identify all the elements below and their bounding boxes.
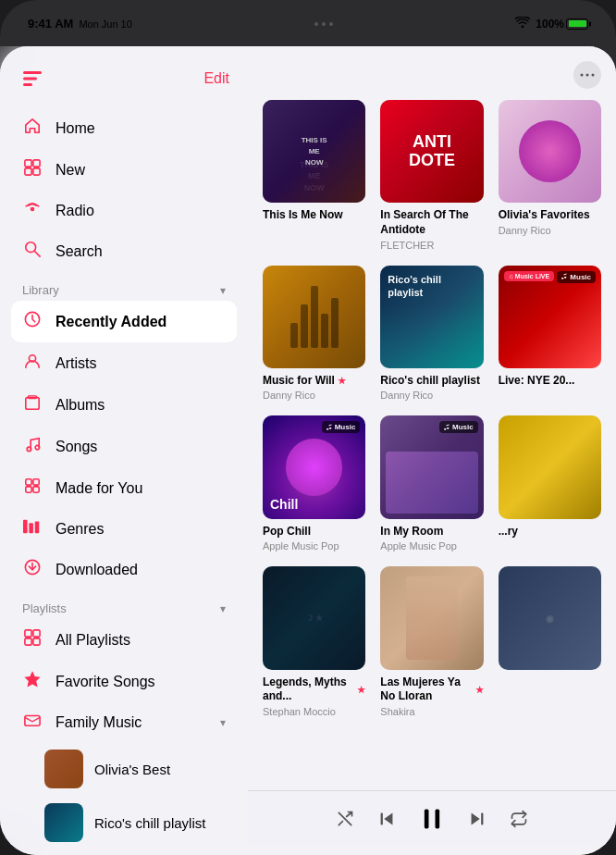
nav-item-search[interactable]: Search xyxy=(11,230,237,272)
shakira-thumb xyxy=(380,566,483,669)
nav-item-artists[interactable]: Artists xyxy=(11,342,237,384)
library-section-header: Library ▾ xyxy=(0,272,248,301)
apple-music-badge-room: Music xyxy=(439,421,478,433)
legends-thumb: ☽ ★ xyxy=(263,566,365,669)
svg-rect-28 xyxy=(25,638,31,645)
search-icon xyxy=(22,241,43,262)
home-icon xyxy=(22,118,43,139)
family-music-chevron-icon: ▾ xyxy=(220,716,226,729)
radio-icon xyxy=(22,201,43,220)
grid-item-ricos-chill[interactable]: Rico's chillplaylist Rico's chill playli… xyxy=(380,266,483,402)
library-chevron-icon: ▾ xyxy=(220,284,226,297)
artists-icon xyxy=(22,353,43,374)
svg-rect-17 xyxy=(33,479,39,485)
pause-button[interactable] xyxy=(419,806,445,832)
sidebar-header: Edit xyxy=(0,65,248,107)
nav-item-genres[interactable]: Genres xyxy=(11,509,237,549)
in-my-room-title: In My Room xyxy=(380,525,483,539)
svg-rect-23 xyxy=(26,530,29,532)
nye-title: Live: NYE 20... xyxy=(499,374,601,389)
antidote-title: In Search Of The Antidote xyxy=(380,208,483,237)
recently-added-icon xyxy=(22,311,43,332)
in-my-room-subtitle: Apple Music Pop xyxy=(380,540,483,551)
last-thumb: ◉ xyxy=(499,566,601,669)
apple-music-badge-pop: Music xyxy=(322,421,361,433)
grid-item-pop-chill[interactable]: Music Chill Pop Chill Apple Music Pop xyxy=(263,415,365,551)
playlist-item-ricos-chill[interactable]: Rico's chill playlist xyxy=(33,796,226,849)
music-will-title: Music for Will ★ xyxy=(263,374,365,389)
nav-item-recently-added[interactable]: Recently Added xyxy=(11,301,237,342)
edit-button[interactable]: Edit xyxy=(203,70,229,87)
svg-point-34 xyxy=(592,74,595,77)
downloaded-label: Downloaded xyxy=(55,562,138,578)
ricos-chill-grid-thumb: Rico's chillplaylist xyxy=(380,266,483,368)
olivia-fav-thumb xyxy=(499,100,601,203)
playlist-item-olivias-best[interactable]: Olivia's Best xyxy=(33,742,226,796)
ipad-frame: 9:41 AM Mon Jun 10 100% xyxy=(0,0,616,855)
album-grid: THIS ISMENOW THIS ISMENOW This Is Me Now xyxy=(263,100,601,717)
pop-chill-title: Pop Chill xyxy=(263,525,365,539)
next-button[interactable] xyxy=(467,809,487,829)
ricos-chill-grid-subtitle: Danny Rico xyxy=(380,390,483,401)
genres-label: Genres xyxy=(55,521,104,538)
nav-item-family-music[interactable]: Family Music ▾ xyxy=(11,702,237,742)
made-for-you-icon xyxy=(22,477,43,499)
previous-button[interactable] xyxy=(376,809,397,829)
grid-item-music-will[interactable]: Music for Will ★ Danny Rico xyxy=(263,266,365,402)
playlist-item-dannys-mix[interactable]: Danny's Mix xyxy=(33,849,226,855)
library-title: Library xyxy=(22,283,59,297)
wifi-icon xyxy=(515,17,530,31)
favorite-songs-icon xyxy=(22,671,43,692)
pop-chill-circle xyxy=(286,439,342,495)
nav-item-albums[interactable]: Albums xyxy=(11,384,237,426)
grid-item-in-my-room[interactable]: Music In My Room Apple Music Pop xyxy=(380,415,483,551)
grid-item-shakira[interactable]: Las Mujeres Ya No Lloran ★ Shakira xyxy=(380,566,483,717)
nav-item-radio[interactable]: Radio xyxy=(11,191,237,230)
grid-item-nye[interactable]: ♫ Music LIVE Music Live: NYE 20... xyxy=(499,266,601,402)
nav-item-downloaded[interactable]: Downloaded xyxy=(11,549,237,590)
apple-music-badge-nye: Music xyxy=(557,271,596,283)
jennifer-thumb: THIS ISMENOW THIS ISMENOW xyxy=(263,100,365,203)
nav-item-songs[interactable]: Songs xyxy=(11,426,237,467)
grid-item-legends[interactable]: ☽ ★ Legends, Myths and... ★ Stephan Mocc… xyxy=(263,566,365,717)
svg-rect-38 xyxy=(436,809,440,828)
svg-rect-29 xyxy=(33,638,40,645)
grid-item-olivia-fav[interactable]: Olivia's Favorites Danny Rico xyxy=(499,100,601,251)
grid-item-jennifer[interactable]: THIS ISMENOW THIS ISMENOW This Is Me Now xyxy=(263,100,365,251)
nav-search-label: Search xyxy=(55,243,103,260)
nav-item-new[interactable]: New xyxy=(11,149,237,191)
svg-marker-30 xyxy=(26,673,39,686)
svg-rect-12 xyxy=(26,398,39,410)
family-music-icon xyxy=(22,712,43,732)
nav-item-made-for-you[interactable]: Made for You xyxy=(11,467,237,509)
svg-rect-21 xyxy=(29,523,33,533)
svg-rect-3 xyxy=(25,160,31,167)
svg-rect-40 xyxy=(481,812,483,824)
nav-item-home[interactable]: Home xyxy=(11,107,237,149)
grid-item-last[interactable]: ◉ xyxy=(499,566,601,717)
grid-item-yellow[interactable]: ...ry xyxy=(499,415,601,551)
nav-item-all-playlists[interactable]: All Playlists xyxy=(11,619,237,661)
status-dot-1 xyxy=(314,22,318,26)
svg-marker-35 xyxy=(384,812,392,824)
svg-rect-26 xyxy=(25,630,31,637)
made-for-you-label: Made for You xyxy=(55,480,142,497)
songs-icon xyxy=(22,436,43,457)
recently-added-label: Recently Added xyxy=(55,314,166,330)
svg-rect-4 xyxy=(33,160,40,167)
antidote-subtitle: FLETCHER xyxy=(380,240,483,251)
jennifer-title: This Is Me Now xyxy=(263,208,365,223)
status-dot-3 xyxy=(329,22,333,26)
sidebar-icon-button[interactable] xyxy=(18,65,46,93)
more-options-button[interactable] xyxy=(573,61,601,89)
nav-item-favorite-songs[interactable]: Favorite Songs xyxy=(11,661,237,702)
grid-item-antidote[interactable]: ANTIDOTE In Search Of The Antidote FLETC… xyxy=(380,100,483,251)
repeat-button[interactable] xyxy=(510,810,528,828)
shuffle-button[interactable] xyxy=(336,810,354,828)
svg-marker-39 xyxy=(472,812,480,824)
grid-area: THIS ISMENOW THIS ISMENOW This Is Me Now xyxy=(248,46,616,855)
svg-rect-27 xyxy=(33,630,40,637)
status-time: 9:41 AM xyxy=(28,17,73,31)
svg-point-7 xyxy=(31,207,35,212)
status-center xyxy=(314,22,333,26)
